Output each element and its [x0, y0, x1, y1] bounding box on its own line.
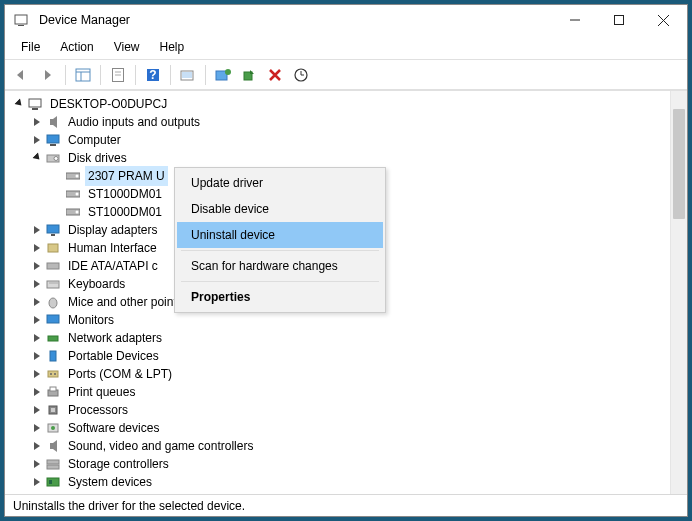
keyboard-icon	[45, 276, 61, 292]
forward-button[interactable]	[35, 63, 61, 87]
twisty-icon[interactable]	[13, 100, 27, 108]
tree-category-portable[interactable]: Portable Devices	[11, 347, 664, 365]
svg-point-17	[225, 69, 231, 75]
svg-point-44	[50, 373, 52, 375]
item-label: 2307 PRAM U	[85, 166, 168, 186]
uninstall-button[interactable]	[262, 63, 288, 87]
separator	[100, 65, 101, 85]
context-item-properties[interactable]: Properties	[177, 284, 383, 310]
twisty-icon[interactable]	[31, 118, 45, 126]
twisty-icon[interactable]	[31, 460, 45, 468]
toolbar: ?	[5, 60, 687, 90]
twisty-icon[interactable]	[31, 136, 45, 144]
back-button[interactable]	[9, 63, 35, 87]
svg-rect-49	[51, 408, 55, 412]
enable-button[interactable]	[236, 63, 262, 87]
tree-category-disk[interactable]: Disk drives	[11, 149, 664, 167]
category-label: Storage controllers	[65, 454, 172, 474]
software-icon	[45, 420, 61, 436]
context-item-disable-device[interactable]: Disable device	[177, 196, 383, 222]
properties-button[interactable]	[105, 63, 131, 87]
tree-category-monitor[interactable]: Monitors	[11, 311, 664, 329]
twisty-icon[interactable]	[31, 226, 45, 234]
tree-category-cpu[interactable]: Processors	[11, 401, 664, 419]
category-label: Disk drives	[65, 148, 130, 168]
category-label: Processors	[65, 400, 131, 420]
maximize-button[interactable]	[597, 6, 641, 34]
svg-rect-0	[15, 15, 27, 24]
twisty-icon[interactable]	[31, 154, 45, 162]
context-item-scan-for-hardware-changes[interactable]: Scan for hardware changes	[177, 253, 383, 279]
cpu-icon	[45, 402, 61, 418]
device-tree[interactable]: DESKTOP-O0DUPCJ Audio inputs and outputs…	[5, 91, 670, 494]
tree-category-sound[interactable]: Sound, video and game controllers	[11, 437, 664, 455]
scan-button[interactable]	[175, 63, 201, 87]
twisty-icon[interactable]	[31, 244, 45, 252]
tree-category-system[interactable]: System devices	[11, 473, 664, 491]
tree-category-network[interactable]: Network adapters	[11, 329, 664, 347]
category-label: Print queues	[65, 382, 138, 402]
root-label: DESKTOP-O0DUPCJ	[47, 94, 170, 114]
titlebar[interactable]: Device Manager	[5, 5, 687, 35]
tree-category-computer[interactable]: Computer	[11, 131, 664, 149]
device-manager-window: Device Manager File Action View Help ?	[4, 4, 688, 517]
svg-point-45	[54, 373, 56, 375]
hid-icon	[45, 240, 61, 256]
svg-rect-33	[47, 225, 59, 233]
context-menu: Update driverDisable deviceUninstall dev…	[174, 167, 386, 313]
menu-file[interactable]: File	[11, 37, 50, 57]
scrollbar[interactable]	[670, 91, 687, 494]
display-icon	[45, 222, 61, 238]
twisty-icon[interactable]	[31, 334, 45, 342]
close-button[interactable]	[641, 6, 685, 34]
category-label: Audio inputs and outputs	[65, 112, 203, 132]
content-area: DESKTOP-O0DUPCJ Audio inputs and outputs…	[5, 90, 687, 494]
update-driver-button[interactable]	[210, 63, 236, 87]
minimize-button[interactable]	[553, 6, 597, 34]
window-title: Device Manager	[39, 13, 553, 27]
twisty-icon[interactable]	[31, 388, 45, 396]
separator	[135, 65, 136, 85]
twisty-icon[interactable]	[31, 280, 45, 288]
svg-rect-24	[50, 144, 56, 146]
twisty-icon[interactable]	[31, 352, 45, 360]
twisty-icon[interactable]	[31, 442, 45, 450]
portable-icon	[45, 348, 61, 364]
twisty-icon[interactable]	[31, 298, 45, 306]
twisty-icon[interactable]	[31, 370, 45, 378]
app-icon	[13, 12, 29, 28]
scrollbar-thumb[interactable]	[673, 109, 685, 219]
menu-action[interactable]: Action	[50, 37, 103, 57]
twisty-icon[interactable]	[31, 424, 45, 432]
svg-point-28	[76, 175, 79, 178]
twisty-icon[interactable]	[31, 406, 45, 414]
category-label: IDE ATA/ATAPI c	[65, 256, 161, 276]
tree-root[interactable]: DESKTOP-O0DUPCJ	[11, 95, 664, 113]
tree-category-software[interactable]: Software devices	[11, 419, 664, 437]
menu-help[interactable]: Help	[150, 37, 195, 57]
svg-rect-36	[47, 263, 59, 269]
twisty-icon[interactable]	[31, 316, 45, 324]
context-item-uninstall-device[interactable]: Uninstall device	[177, 222, 383, 248]
sound-icon	[45, 438, 61, 454]
help-button[interactable]: ?	[140, 63, 166, 87]
tree-category-ports[interactable]: Ports (COM & LPT)	[11, 365, 664, 383]
context-item-update-driver[interactable]: Update driver	[177, 170, 383, 196]
category-label: Portable Devices	[65, 346, 162, 366]
scan-hardware-button[interactable]	[288, 63, 314, 87]
menu-view[interactable]: View	[104, 37, 150, 57]
tree-category-audio[interactable]: Audio inputs and outputs	[11, 113, 664, 131]
svg-point-51	[51, 426, 55, 430]
twisty-icon[interactable]	[31, 262, 45, 270]
category-label: Keyboards	[65, 274, 128, 294]
computer-icon	[27, 96, 43, 112]
svg-rect-55	[47, 478, 59, 486]
tree-category-printer[interactable]: Print queues	[11, 383, 664, 401]
disk-item-icon	[65, 168, 81, 184]
category-label: Sound, video and game controllers	[65, 436, 256, 456]
show-hidden-button[interactable]	[70, 63, 96, 87]
category-label: System devices	[65, 472, 155, 492]
ports-icon	[45, 366, 61, 382]
twisty-icon[interactable]	[31, 478, 45, 486]
tree-category-storage[interactable]: Storage controllers	[11, 455, 664, 473]
